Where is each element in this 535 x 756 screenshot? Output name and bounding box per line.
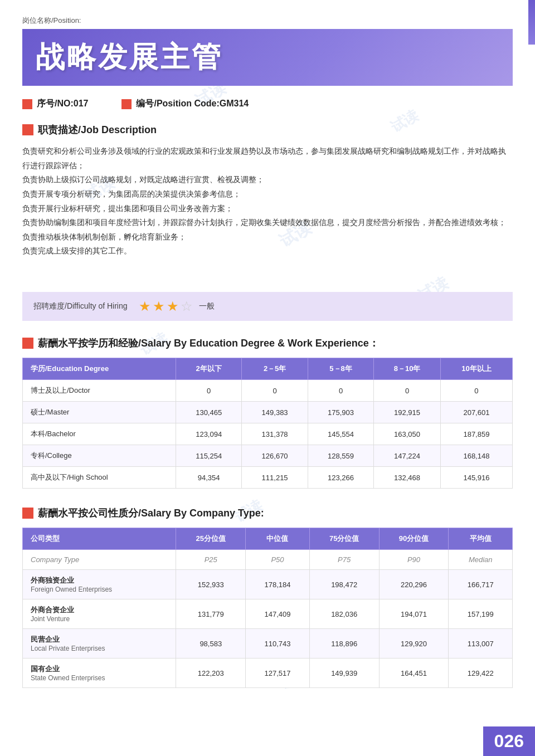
co-subheader-cell: P75 — [309, 550, 379, 570]
edu-value-cell: 145,554 — [308, 423, 373, 445]
co-value-cell: 129,920 — [379, 629, 449, 659]
difficulty-label: 招聘难度/Difficulty of Hiring — [33, 301, 128, 311]
edu-value-cell: 0 — [374, 380, 441, 402]
difficulty-stars: ★ ★ ★ ☆ 一般 — [139, 299, 215, 314]
jd-line-5: 负责协助编制集团和项目年度经营计划，并跟踪督办计划执行，定期收集关键绩效数据信息… — [22, 216, 513, 230]
salary-company-title: 薪酬水平按公司性质分/Salary By Company Type: — [38, 506, 264, 520]
edu-value-cell: 187,859 — [440, 423, 512, 445]
code-label: 编号/Position Code:GM314 — [136, 98, 249, 110]
table-row: 国有企业State Owned Enterprises122,203127,51… — [23, 659, 513, 688]
red-square-edu — [22, 338, 33, 349]
edu-degree-cell: 博士及以上/Doctor — [23, 380, 176, 402]
edu-value-cell: 0 — [308, 380, 373, 402]
salary-company-header: 薪酬水平按公司性质分/Salary By Company Type: — [22, 506, 513, 520]
edu-value-cell: 0 — [176, 380, 241, 402]
table-row: 外商独资企业Foreign Owned Enterprises152,93317… — [23, 570, 513, 599]
salary-company-table: 公司类型 25分位值 中位值 75分位值 90分位值 平均值 Company T… — [22, 528, 513, 688]
salary-education-section: 薪酬水平按学历和经验/Salary By Education Degree & … — [22, 336, 513, 489]
edu-col-5: 10年以上 — [440, 358, 512, 380]
salary-company-section: 薪酬水平按公司性质分/Salary By Company Type: 公司类型 … — [22, 506, 513, 688]
table-row: Company TypeP25P50P75P90Median — [23, 550, 513, 570]
co-col-4: 90分位值 — [379, 528, 449, 550]
edu-value-cell: 145,916 — [440, 467, 512, 489]
jd-line-7: 负责完成上级安排的其它工作。 — [22, 244, 513, 258]
co-value-cell: 149,939 — [309, 659, 379, 688]
edu-value-cell: 0 — [440, 380, 512, 402]
edu-value-cell: 149,383 — [242, 402, 308, 423]
edu-degree-cell: 本科/Bachelor — [23, 423, 176, 445]
edu-value-cell: 0 — [242, 380, 308, 402]
page-number: 026 — [483, 726, 535, 756]
difficulty-section: 招聘难度/Difficulty of Hiring ★ ★ ★ ☆ 一般 — [22, 292, 513, 321]
edu-value-cell: 132,468 — [374, 467, 441, 489]
co-value-cell: 131,779 — [176, 599, 246, 629]
edu-col-3: 5－8年 — [308, 358, 373, 380]
job-desc-title: 职责描述/Job Description — [38, 123, 157, 136]
table-row: 博士及以上/Doctor00000 — [23, 380, 513, 402]
star-2: ★ — [153, 299, 165, 314]
table-row: 民营企业Local Private Enterprises98,583110,7… — [23, 629, 513, 659]
edu-value-cell: 163,050 — [374, 423, 441, 445]
salary-edu-title: 薪酬水平按学历和经验/Salary By Education Degree & … — [38, 336, 379, 350]
table-row: 硕士/Master130,465149,383175,903192,915207… — [23, 402, 513, 423]
edu-value-cell: 168,148 — [440, 445, 512, 467]
edu-value-cell: 123,094 — [176, 423, 241, 445]
title-banner: 战略发展主管 — [22, 29, 513, 86]
position-label: 岗位名称/Position: — [22, 16, 513, 26]
star-3: ★ — [167, 299, 179, 314]
co-value-cell: 118,896 — [309, 629, 379, 659]
co-subheader-cell: Median — [449, 550, 513, 570]
salary-edu-header: 薪酬水平按学历和经验/Salary By Education Degree & … — [22, 336, 513, 350]
no-label: 序号/NO:017 — [37, 98, 88, 110]
edu-col-0: 学历/Education Degree — [23, 358, 176, 380]
co-subheader-cell: P50 — [246, 550, 310, 570]
edu-degree-cell: 专科/College — [23, 445, 176, 467]
co-value-cell: 113,007 — [449, 629, 513, 659]
co-value-cell: 164,451 — [379, 659, 449, 688]
co-value-cell: 147,409 — [246, 599, 310, 629]
edu-degree-cell: 高中及以下/High School — [23, 467, 176, 489]
co-value-cell: 166,717 — [449, 570, 513, 599]
co-col-5: 平均值 — [449, 528, 513, 550]
jd-line-4: 负责开展行业标杆研究，提出集团和项目公司业务改善方案； — [22, 202, 513, 216]
table-row: 外商合资企业Joint Venture131,779147,409182,036… — [23, 599, 513, 629]
co-col-2: 中位值 — [246, 528, 310, 550]
co-value-cell: 152,933 — [176, 570, 246, 599]
edu-value-cell: 192,915 — [374, 402, 441, 423]
table-row: 本科/Bachelor123,094131,378145,554163,0501… — [23, 423, 513, 445]
co-type-cell: 外商独资企业Foreign Owned Enterprises — [23, 570, 176, 599]
red-square-company — [22, 508, 33, 519]
co-value-cell: 198,472 — [309, 570, 379, 599]
edu-value-cell: 115,254 — [176, 445, 241, 467]
co-value-cell: 157,199 — [449, 599, 513, 629]
edu-degree-cell: 硕士/Master — [23, 402, 176, 423]
edu-value-cell: 207,601 — [440, 402, 512, 423]
jd-line-2: 负责协助上级拟订公司战略规划，对既定战略进行宣贯、检视及调整； — [22, 173, 513, 187]
job-description-body: 负责研究和分析公司业务涉及领域的行业的宏观政策和行业发展趋势以及市场动态，参与集… — [22, 144, 513, 258]
jd-line-1: 负责研究和分析公司业务涉及领域的行业的宏观政策和行业发展趋势以及市场动态，参与集… — [22, 144, 513, 173]
edu-value-cell: 94,354 — [176, 467, 241, 489]
table-row: 专科/College115,254126,670128,559147,22416… — [23, 445, 513, 467]
table-row: 高中及以下/High School94,354111,215123,266132… — [23, 467, 513, 489]
co-value-cell: 98,583 — [176, 629, 246, 659]
code-item: 编号/Position Code:GM314 — [121, 98, 249, 110]
co-subheader-cell: Company Type — [23, 550, 176, 570]
edu-value-cell: 130,465 — [176, 402, 241, 423]
edu-value-cell: 111,215 — [242, 467, 308, 489]
star-4: ☆ — [181, 299, 193, 314]
info-row: 序号/NO:017 编号/Position Code:GM314 — [22, 98, 513, 110]
edu-col-4: 8－10年 — [374, 358, 441, 380]
co-type-cell: 国有企业State Owned Enterprises — [23, 659, 176, 688]
red-square-code — [121, 99, 132, 109]
job-desc-header: 职责描述/Job Description — [22, 123, 513, 136]
co-subheader-cell: P25 — [176, 550, 246, 570]
co-subheader-cell: P90 — [379, 550, 449, 570]
co-col-0: 公司类型 — [23, 528, 176, 550]
jd-line-3: 负责开展专项分析研究，为集团高层的决策提供决策参考信息； — [22, 187, 513, 202]
co-value-cell: 220,296 — [379, 570, 449, 599]
co-col-3: 75分位值 — [309, 528, 379, 550]
edu-value-cell: 147,224 — [374, 445, 441, 467]
co-value-cell: 122,203 — [176, 659, 246, 688]
co-type-cell: 外商合资企业Joint Venture — [23, 599, 176, 629]
co-value-cell: 110,743 — [246, 629, 310, 659]
